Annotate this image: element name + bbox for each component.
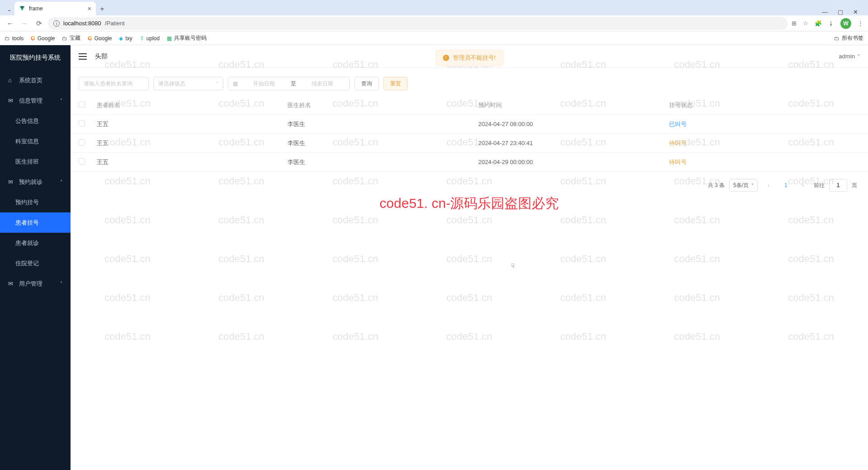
profile-avatar[interactable]: W — [840, 18, 851, 29]
date-range-picker[interactable]: ▦ 开始日期 至 结束日期 — [228, 77, 350, 90]
notice-text: 管理员不能挂号! — [453, 54, 496, 62]
cell-time: 2024-04-27 23:40:41 — [478, 140, 669, 146]
warning-icon: ! — [443, 55, 449, 61]
address-bar: ← → ⟳ i localhost:8080/Patient ⊞ ☆ 🧩 ⭳ W… — [0, 15, 868, 32]
sidebar-item-home[interactable]: ⌂系统首页 — [0, 70, 71, 90]
back-icon[interactable]: ← — [5, 18, 15, 29]
tab-dropdown-icon[interactable]: ⌄ — [4, 3, 14, 15]
extensions-icon[interactable]: 🧩 — [815, 20, 822, 27]
sheet-icon: ▦ — [167, 35, 172, 42]
folder-icon: 🗀 — [834, 35, 840, 42]
bookmark-treasure[interactable]: 🗀宝藏 — [62, 34, 80, 42]
pagination-total: 共 3 条 — [708, 182, 725, 189]
bookmark-star-icon[interactable]: ☆ — [803, 20, 808, 27]
sidebar-title: 医院预约挂号系统 — [0, 45, 71, 70]
bookmark-google-2[interactable]: GGoogle — [88, 35, 112, 42]
tab-close-icon[interactable]: × — [88, 5, 91, 12]
calendar-icon: ▦ — [233, 80, 238, 87]
pagination: 共 3 条 5条/页˅ ‹ 1 › 前往 页 — [71, 172, 868, 199]
cell-status: 待叫号 — [669, 158, 860, 166]
sidebar-item-appointment[interactable]: ✉预约就诊˄ — [0, 172, 71, 192]
bookmark-shared[interactable]: ▦共享账号密码 — [167, 34, 207, 42]
goto-page-input[interactable] — [829, 179, 847, 192]
sidebar: 医院预约挂号系统 ⌂系统首页 ✉信息管理˄ 公告信息 科室信息 医生排班 ✉预约… — [0, 45, 71, 470]
cursor-icon: ☟ — [511, 262, 515, 269]
cell-time: 2024-04-29 00:00:00 — [478, 159, 669, 165]
table-row: 王五 李医生 2024-04-29 00:00:00 待叫号 — [71, 153, 868, 172]
row-checkbox[interactable] — [79, 158, 85, 164]
table-header-row: 患者姓名 医生姓名 预约时间 挂号状态 — [71, 96, 868, 115]
maximize-icon[interactable]: ▢ — [838, 9, 843, 15]
th-doctor: 医生姓名 — [288, 101, 478, 109]
page-number[interactable]: 1 — [779, 179, 792, 192]
page-size-select[interactable]: 5条/页˅ — [729, 179, 758, 192]
cell-doctor: 李医生 — [288, 139, 478, 147]
folder-icon: 🗀 — [62, 35, 67, 42]
bookmark-upload[interactable]: ⇪uplod — [140, 35, 160, 42]
home-icon: ⌂ — [8, 77, 14, 84]
chevron-up-icon: ˄ — [60, 98, 62, 103]
next-page-icon[interactable]: › — [797, 179, 809, 192]
sidebar-item-patient-register[interactable]: 患者挂号 — [0, 212, 71, 233]
main: 头部 admin˅ ! 管理员不能挂号! 请输入患者姓名查询 请选择状态˅ ▦ … — [71, 45, 868, 470]
user-menu[interactable]: admin˅ — [839, 53, 860, 60]
row-checkbox[interactable] — [79, 120, 85, 127]
sidebar-item-info-mgmt[interactable]: ✉信息管理˄ — [0, 90, 71, 111]
bookmark-all[interactable]: 🗀所有书签 — [834, 34, 863, 42]
browser-chrome: ⌄ frame × + — ▢ ✕ ← → ⟳ i localhost:8080… — [0, 0, 868, 45]
browser-menu-icon[interactable]: ⋮ — [858, 20, 863, 27]
url-input[interactable]: i localhost:8080/Patient — [48, 17, 788, 30]
chevron-up-icon: ˄ — [60, 179, 62, 184]
goto-prefix: 前往 — [814, 182, 825, 189]
sidebar-item-announcement[interactable]: 公告信息 — [0, 111, 71, 131]
prev-page-icon[interactable]: ‹ — [762, 179, 775, 192]
install-icon[interactable]: ⊞ — [792, 20, 797, 27]
query-button[interactable]: 查询 — [354, 77, 379, 90]
chevron-down-icon: ˅ — [858, 54, 860, 59]
row-checkbox[interactable] — [79, 139, 85, 146]
mail-icon: ✉ — [8, 179, 14, 185]
hamburger-icon[interactable] — [79, 53, 87, 60]
close-window-icon[interactable]: ✕ — [853, 9, 858, 15]
cell-doctor: 李医生 — [288, 120, 478, 128]
warning-notice: ! 管理员不能挂号! — [435, 50, 504, 66]
tab-bar: ⌄ frame × + — ▢ ✕ — [0, 0, 868, 15]
sidebar-item-inpatient[interactable]: 住院登记 — [0, 253, 71, 273]
site-info-icon[interactable]: i — [53, 20, 60, 27]
data-table: 患者姓名 医生姓名 预约时间 挂号状态 王五 李医生 2024-04-27 08… — [71, 96, 868, 172]
select-all-checkbox[interactable] — [79, 101, 85, 108]
cell-doctor: 李医生 — [288, 158, 478, 166]
bookmark-google-1[interactable]: GGoogle — [31, 35, 55, 42]
reset-button[interactable]: 重置 — [383, 77, 408, 90]
reload-icon[interactable]: ⟳ — [33, 18, 44, 29]
sidebar-item-doctor-schedule[interactable]: 医生排班 — [0, 151, 71, 172]
patient-name-input[interactable]: 请输入患者姓名查询 — [79, 77, 149, 90]
download-icon[interactable]: ⭳ — [828, 20, 834, 27]
google-icon: G — [31, 35, 35, 42]
sidebar-item-patient-treatment[interactable]: 患者就诊 — [0, 233, 71, 253]
forward-icon[interactable]: → — [19, 18, 30, 29]
cell-status: 已叫号 — [669, 120, 860, 128]
th-patient: 患者姓名 — [97, 101, 288, 109]
bookmark-bar: 🗀tools GGoogle 🗀宝藏 GGoogle ◈txy ⇪uplod ▦… — [0, 32, 868, 45]
google-icon: G — [88, 35, 92, 42]
bookmark-tools[interactable]: 🗀tools — [5, 35, 24, 42]
chevron-down-icon: ˅ — [751, 183, 754, 188]
bookmark-txy[interactable]: ◈txy — [119, 35, 132, 42]
browser-tab[interactable]: frame × — [14, 2, 96, 15]
mail-icon: ✉ — [8, 280, 14, 287]
cell-time: 2024-04-27 08:00:00 — [478, 121, 669, 127]
sidebar-item-register[interactable]: 预约挂号 — [0, 192, 71, 212]
url-path: /Patient — [105, 20, 125, 27]
sidebar-item-department[interactable]: 科室信息 — [0, 131, 71, 151]
tab-title: frame — [29, 5, 84, 12]
app: 医院预约挂号系统 ⌂系统首页 ✉信息管理˄ 公告信息 科室信息 医生排班 ✉预约… — [0, 45, 868, 470]
th-time: 预约时间 — [478, 101, 669, 109]
minimize-icon[interactable]: — — [822, 9, 828, 15]
status-select[interactable]: 请选择状态˅ — [153, 77, 223, 90]
cell-patient: 王五 — [97, 158, 288, 166]
sidebar-item-user-mgmt[interactable]: ✉用户管理˅ — [0, 273, 71, 294]
mail-icon: ✉ — [8, 97, 14, 104]
upload-icon: ⇪ — [140, 35, 144, 42]
new-tab-button[interactable]: + — [96, 3, 108, 15]
